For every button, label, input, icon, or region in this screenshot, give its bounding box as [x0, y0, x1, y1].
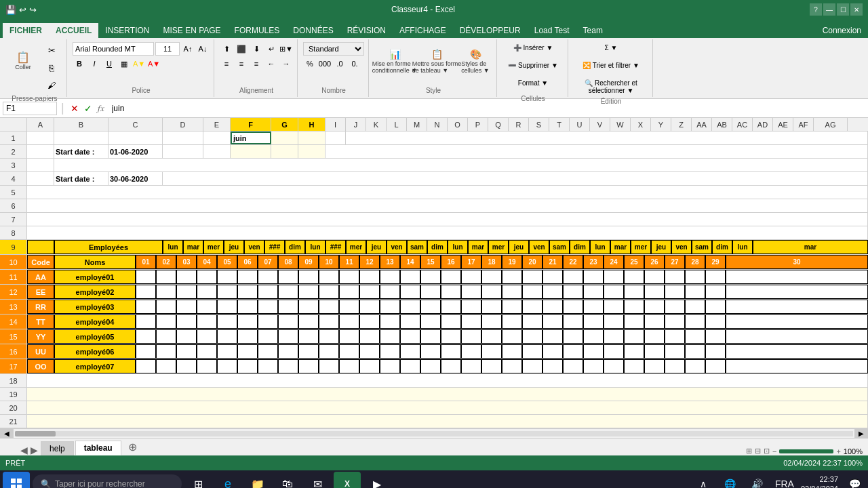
emp-11-day-24[interactable]	[604, 270, 624, 284]
sheet-tab-tableau[interactable]: tableau	[75, 441, 121, 455]
emp-15-day-27[interactable]	[665, 329, 685, 344]
emp-13-day-17[interactable]	[461, 300, 481, 314]
col-Y[interactable]: Y	[651, 118, 671, 131]
increase-decimal-btn[interactable]: .0	[333, 57, 347, 70]
volume-btn[interactable]: 🔊	[747, 473, 768, 488]
day-lun-1[interactable]: lun	[163, 240, 183, 254]
normal-view-btn[interactable]: ⊞	[746, 447, 752, 455]
emp-15-day-18[interactable]	[481, 329, 502, 344]
emp-11-day-13[interactable]	[380, 270, 400, 284]
emp-13-day-19[interactable]	[502, 300, 522, 314]
cell-reference-box[interactable]	[3, 102, 57, 115]
next-sheet-btn[interactable]: ▶	[31, 445, 38, 455]
cell-rest4[interactable]	[163, 172, 868, 185]
close-btn[interactable]: ✕	[850, 3, 863, 16]
cell-rest3[interactable]	[54, 159, 868, 171]
row-header-4[interactable]: 4	[0, 172, 27, 185]
emp-11-day-30[interactable]	[726, 270, 868, 284]
emp-12-day-15[interactable]	[420, 285, 441, 299]
col-F[interactable]: F	[231, 118, 271, 131]
emp-11-day-21[interactable]	[542, 270, 563, 284]
day-jeu-1[interactable]: jeu	[224, 240, 244, 254]
num-01[interactable]: 01	[136, 255, 156, 269]
emp-17-day-16[interactable]	[441, 359, 461, 373]
emp-16-day-29[interactable]	[705, 344, 726, 359]
scroll-thumb[interactable]	[15, 431, 56, 436]
emp-11-day-27[interactable]	[665, 270, 685, 284]
formula-input[interactable]	[109, 104, 865, 113]
emp-16-day-1[interactable]	[136, 344, 156, 359]
emp-12-day-26[interactable]	[644, 285, 665, 299]
emp-14-day-18[interactable]	[481, 314, 502, 329]
emp-11-day-19[interactable]	[502, 270, 522, 284]
emp-11-day-11[interactable]	[339, 270, 359, 284]
clock[interactable]: 22:37 02/04/2024	[801, 474, 838, 488]
nom-17[interactable]: employé07	[54, 359, 136, 373]
emp-15-day-16[interactable]	[441, 329, 461, 344]
taskbar-search-box[interactable]: 🔍 Taper ici pour rechercher	[33, 474, 182, 488]
scroll-right-btn[interactable]: ▶	[854, 429, 868, 439]
insert-function-icon[interactable]: 𝑓𝑥	[96, 103, 106, 114]
col-R[interactable]: R	[509, 118, 529, 131]
col-L[interactable]: L	[387, 118, 407, 131]
col-AA[interactable]: AA	[692, 118, 712, 131]
col-X[interactable]: X	[631, 118, 651, 131]
nom-11[interactable]: employé01	[54, 270, 136, 284]
day-sam-2[interactable]: sam	[549, 240, 570, 254]
cell-B1[interactable]	[54, 131, 108, 144]
emp-13-day-26[interactable]	[644, 300, 665, 314]
row-header-20[interactable]: 20	[0, 401, 27, 414]
emp-13-day-24[interactable]	[604, 300, 624, 314]
styles-cellules-btn[interactable]: 🎨 Styles decellules ▼	[458, 42, 492, 80]
emp-14-day-15[interactable]	[420, 314, 441, 329]
col-AD[interactable]: AD	[753, 118, 773, 131]
col-K[interactable]: K	[366, 118, 387, 131]
emp-15-day-4[interactable]	[197, 329, 217, 344]
col-Z[interactable]: Z	[671, 118, 692, 131]
cell-F1[interactable]: juin	[231, 131, 271, 144]
emp-14-day-11[interactable]	[339, 314, 359, 329]
emp-12-day-11[interactable]	[339, 285, 359, 299]
emp-11-day-7[interactable]	[258, 270, 278, 284]
emp-11-day-25[interactable]	[624, 270, 644, 284]
row-header-3[interactable]: 3	[0, 159, 27, 171]
row-header-9[interactable]: 9	[0, 240, 27, 254]
inserer-btn[interactable]: ➕ Insérer ▼	[502, 42, 564, 58]
folder-btn[interactable]: 📁	[244, 472, 271, 488]
emp-17-day-10[interactable]	[319, 359, 339, 373]
scroll-left-btn[interactable]: ◀	[0, 429, 14, 439]
emp-16-day-23[interactable]	[583, 344, 604, 359]
emp-16-day-9[interactable]	[298, 344, 319, 359]
row-header-10[interactable]: 10	[0, 255, 27, 269]
underline-btn[interactable]: U	[102, 57, 116, 70]
emp-15-day-25[interactable]	[624, 329, 644, 344]
emp-17-day-27[interactable]	[665, 359, 685, 373]
decrease-indent-btn[interactable]: ←	[264, 57, 278, 70]
emp-15-day-3[interactable]	[176, 329, 197, 344]
emp-13-day-7[interactable]	[258, 300, 278, 314]
emp-13-day-2[interactable]	[156, 300, 176, 314]
emp-12-day-21[interactable]	[542, 285, 563, 299]
num-27[interactable]: 27	[665, 255, 685, 269]
horizontal-scrollbar[interactable]: ◀ ▶	[0, 428, 868, 438]
notification-btn[interactable]: 💬	[844, 473, 865, 488]
emp-13-day-13[interactable]	[380, 300, 400, 314]
row-header-15[interactable]: 15	[0, 329, 27, 344]
cell-A4[interactable]	[27, 172, 54, 185]
store-btn[interactable]: 🛍	[274, 472, 301, 488]
emp-12-day-3[interactable]	[176, 285, 197, 299]
emp-15-day-6[interactable]	[237, 329, 258, 344]
emp-13-day-20[interactable]	[522, 300, 542, 314]
emp-14-day-12[interactable]	[359, 314, 380, 329]
emp-17-day-28[interactable]	[685, 359, 705, 373]
emp-12-day-22[interactable]	[563, 285, 583, 299]
emp-17-day-25[interactable]	[624, 359, 644, 373]
day-lun-5[interactable]: lun	[732, 240, 753, 254]
align-right-btn[interactable]: ≡	[250, 57, 263, 70]
emp-14-day-30[interactable]	[726, 314, 868, 329]
col-Q[interactable]: Q	[488, 118, 509, 131]
emp-15-day-19[interactable]	[502, 329, 522, 344]
emp-15-day-12[interactable]	[359, 329, 380, 344]
row-header-12[interactable]: 12	[0, 285, 27, 299]
emp-14-day-19[interactable]	[502, 314, 522, 329]
